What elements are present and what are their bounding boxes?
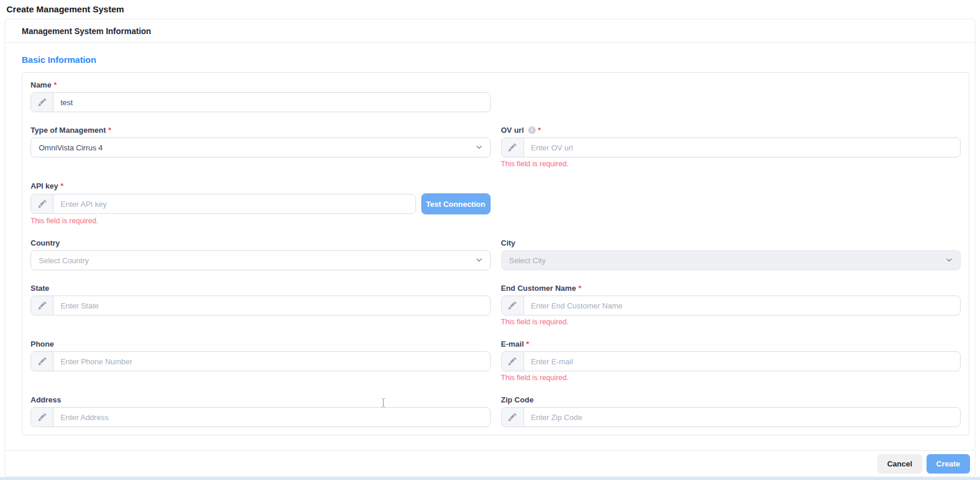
info-icon[interactable]: i xyxy=(528,126,536,134)
page-title: Create Management System xyxy=(6,4,980,14)
email-input[interactable] xyxy=(524,352,961,371)
phone-input[interactable] xyxy=(53,352,490,371)
form-row-address-zip: Address Zip Code xyxy=(31,395,961,427)
api-key-label-row: API key * xyxy=(31,181,491,190)
required-asterisk: * xyxy=(53,80,56,89)
name-label: Name xyxy=(31,80,51,89)
pencil-icon xyxy=(31,194,53,213)
form-container: Name * xyxy=(22,72,969,435)
address-input-wrap xyxy=(31,407,491,427)
required-asterisk: * xyxy=(61,182,63,190)
field-phone: Phone xyxy=(31,339,491,371)
create-button[interactable]: Create xyxy=(927,454,970,474)
country-select[interactable]: Select Country xyxy=(31,250,491,270)
zip-code-input[interactable] xyxy=(524,408,961,427)
field-state: State xyxy=(31,283,491,315)
api-key-input[interactable] xyxy=(53,194,415,213)
ov-url-error: This field is required. xyxy=(501,160,961,168)
field-ov-url: OV url i * This field is required. xyxy=(501,125,961,168)
chevron-down-icon xyxy=(476,142,482,153)
field-email: E-mail * This field is required. xyxy=(501,339,961,382)
email-label: E-mail xyxy=(501,340,524,348)
type-of-management-label: Type of Management xyxy=(31,126,106,135)
ov-url-label: OV url xyxy=(501,126,524,135)
zip-code-label: Zip Code xyxy=(501,395,534,404)
phone-label: Phone xyxy=(31,340,54,348)
country-label-row: Country xyxy=(31,238,491,247)
state-input-wrap xyxy=(31,296,491,315)
end-customer-name-input-wrap xyxy=(501,296,961,315)
page-bottom-strip xyxy=(0,477,980,480)
required-asterisk: * xyxy=(578,284,581,293)
ov-url-label-row: OV url i * xyxy=(501,125,961,135)
name-input-wrap xyxy=(31,92,491,112)
page: Create Management System Management Syst… xyxy=(0,0,980,480)
pencil-icon xyxy=(502,352,524,371)
pencil-icon xyxy=(31,408,53,427)
phone-input-wrap xyxy=(31,351,491,371)
state-label: State xyxy=(31,284,49,293)
form-row-state-endcustomer: State End Customer Name * xyxy=(31,283,961,326)
pencil-icon xyxy=(31,93,53,112)
api-key-line: Test Connection xyxy=(31,193,491,214)
end-customer-name-label: End Customer Name xyxy=(501,284,576,293)
test-connection-button[interactable]: Test Connection xyxy=(421,193,491,214)
card-header: Management System Information xyxy=(5,19,975,43)
type-of-management-value: OmniVista Cirrus 4 xyxy=(39,143,103,152)
city-label-row: City xyxy=(501,238,961,247)
pencil-icon xyxy=(502,138,524,157)
field-type-of-management: Type of Management * OmniVista Cirrus 4 xyxy=(31,125,491,157)
field-country: Country Select Country xyxy=(31,238,491,270)
email-label-row: E-mail * xyxy=(501,339,961,348)
ov-url-input-wrap xyxy=(501,137,961,157)
form-row-phone-email: Phone E-mail * xyxy=(31,339,961,382)
field-zip-code: Zip Code xyxy=(501,395,961,427)
chevron-down-icon xyxy=(946,255,952,266)
field-name: Name * xyxy=(31,80,491,112)
card-body: Basic Information Name * xyxy=(5,43,975,435)
city-select[interactable]: Select City xyxy=(501,250,961,270)
type-of-management-label-row: Type of Management * xyxy=(31,125,491,135)
form-row-country-city: Country Select Country City xyxy=(31,238,961,270)
required-asterisk: * xyxy=(108,126,111,135)
field-address: Address xyxy=(31,395,491,427)
management-system-card: Management System Information Basic Info… xyxy=(5,19,975,477)
section-title: Basic Information xyxy=(22,55,969,65)
cancel-button[interactable]: Cancel xyxy=(877,454,922,474)
card-header-title: Management System Information xyxy=(22,26,151,36)
required-asterisk: * xyxy=(538,126,541,135)
city-placeholder: Select City xyxy=(509,256,546,265)
card-footer: Cancel Create xyxy=(5,450,975,476)
api-key-label: API key xyxy=(31,182,58,190)
name-label-row: Name * xyxy=(31,80,491,89)
zip-code-label-row: Zip Code xyxy=(501,395,961,404)
city-label: City xyxy=(501,239,516,247)
country-placeholder: Select Country xyxy=(39,256,89,265)
page-header: Create Management System xyxy=(0,0,980,18)
pencil-icon xyxy=(502,408,524,427)
form-row-api-key: API key * Test Connection xyxy=(31,181,961,225)
pencil-icon xyxy=(502,296,524,315)
form-row-type-ovurl: Type of Management * OmniVista Cirrus 4 xyxy=(31,125,961,168)
field-city: City Select City xyxy=(501,238,961,270)
type-of-management-select[interactable]: OmniVista Cirrus 4 xyxy=(31,137,491,157)
address-input[interactable] xyxy=(53,408,490,427)
pencil-icon xyxy=(31,296,53,315)
address-label-row: Address xyxy=(31,395,491,404)
api-key-input-wrap xyxy=(31,194,416,214)
pencil-icon xyxy=(31,352,53,371)
chevron-down-icon xyxy=(476,255,482,266)
field-end-customer-name: End Customer Name * This field is requir… xyxy=(501,283,961,326)
api-key-error: This field is required. xyxy=(31,217,491,225)
country-label: Country xyxy=(31,239,60,247)
name-input[interactable] xyxy=(53,93,490,112)
state-label-row: State xyxy=(31,283,491,293)
end-customer-name-input[interactable] xyxy=(524,296,961,315)
required-asterisk: * xyxy=(526,340,529,348)
ov-url-input[interactable] xyxy=(524,138,961,157)
zip-code-input-wrap xyxy=(501,407,961,427)
state-input[interactable] xyxy=(53,296,490,315)
phone-label-row: Phone xyxy=(31,339,491,348)
form-row-name: Name * xyxy=(31,80,961,112)
end-customer-name-error: This field is required. xyxy=(501,318,961,326)
